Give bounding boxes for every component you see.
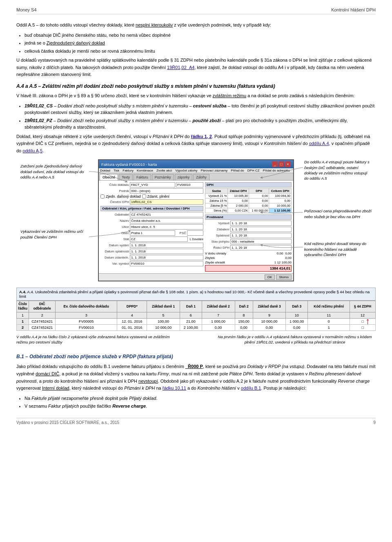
btn-storno[interactable]: Storno — [276, 274, 292, 280]
zvlastni-rezim-link: zvláštním režimu — [213, 93, 247, 98]
row-stav-pohybu: Stav pohybu — [205, 239, 292, 244]
row-zabaleni: Zábalení — [205, 227, 292, 232]
input-stat[interactable] — [130, 236, 188, 242]
td-dan3-2: 0,00 — [286, 324, 308, 330]
dialog-minimize[interactable]: _ — [272, 161, 278, 167]
input-psc[interactable] — [187, 230, 203, 236]
input-vydani[interactable] — [130, 243, 203, 248]
tab-texty[interactable]: Texty — [119, 174, 133, 180]
label-cislo: Číslo dokladu — [100, 183, 129, 187]
section-a45-heading: Zvláštní režim při dodání zboží nebo pos… — [42, 83, 275, 89]
tab-zalohy[interactable]: Zálohy — [193, 174, 209, 180]
oddil-a5-label: Oddíl A.5 — [16, 22, 35, 27]
btn-ok[interactable]: OK — [265, 274, 275, 280]
row-ridici-dph: Řídicí DPH — [205, 245, 292, 250]
input-splatnost2[interactable] — [230, 233, 292, 238]
menu-vyjpocet[interactable]: Výpočet zálohy — [175, 169, 197, 172]
condition-3: celková částka dokladu je menší nebo se … — [24, 48, 376, 55]
annotation-right-middle: Pořizovací cena přeprodávaného zboží neb… — [304, 208, 372, 219]
oddil-a5-link[interactable]: oddílu A,5 — [22, 148, 42, 153]
input-vystavit[interactable] — [230, 221, 292, 226]
oddil-b1-link[interactable]: oddílu B.1 — [241, 386, 261, 390]
menu-doklad[interactable]: Doklad — [100, 169, 110, 172]
table-a4-section: A.4. A.4. Uskutečněná zdanitelná plnění … — [16, 288, 376, 345]
dph-table: Sazba Základ DPH DPH Celkem DPH Vystavit… — [205, 188, 292, 213]
radku-1011-link[interactable]: řádku 10,11 — [163, 386, 186, 390]
pz-item: 19Ř01,02_PZ – Dodání zboží nebo poskytnu… — [24, 117, 376, 131]
col-num-10: 10 — [286, 312, 308, 318]
menu-prirad[interactable]: Přiřad do — [231, 169, 244, 172]
header-dph: DPH — [205, 182, 292, 187]
oddil-a4-link[interactable]: oddílu A.4 — [309, 141, 329, 146]
input-obec[interactable] — [130, 230, 175, 236]
tab-zaporky[interactable]: záporky — [175, 174, 193, 180]
priznani-label: Přiznání k DPH — [153, 134, 183, 139]
label-splatnost: Datum splatnosti — [100, 250, 129, 253]
td-dppd-2: 01. 01. 2016 — [117, 324, 147, 330]
input-splatnost[interactable] — [130, 249, 203, 254]
tab-fakturu[interactable]: Fakturu — [134, 174, 151, 180]
row-cleneni: Členění DPH — [100, 199, 203, 205]
col-num-5: 5 — [147, 312, 180, 318]
section-b1: B.1 – Odběratel zboží nebo příjemce služ… — [16, 353, 376, 410]
th-cislo-radku: Číslo řádku — [17, 301, 29, 312]
td-kod-1: 0 — [308, 318, 350, 324]
dialog-close[interactable]: × — [285, 161, 291, 167]
input-podnik[interactable] — [130, 188, 203, 194]
dialog-maximize[interactable]: □ — [278, 161, 284, 167]
row-zbyde: Zbyde uhradit 1 12 100,00 — [205, 261, 292, 264]
input-nazev[interactable] — [130, 218, 203, 223]
bullet-faktura-prijata: Na Faktuře přijaté nezapomeňte přesně do… — [24, 395, 376, 402]
td-zaklad2-2: 0,00 — [202, 324, 235, 330]
input-ridici[interactable] — [230, 245, 292, 250]
menu-faktury[interactable]: Faktury — [122, 169, 134, 172]
annotation-right-top: Do oddílu A.4 vstupují pouze faktury s č… — [304, 159, 372, 181]
row-zdanitelne-plneni: Datum zdaniteln. — [100, 255, 203, 260]
input-cislo-dokladu[interactable] — [130, 182, 175, 187]
menu-kombinace[interactable]: Kombinace — [137, 169, 153, 172]
page-footer: Vydáno v prosinci 2015 CÍGLER SOFTWARE, … — [16, 418, 376, 425]
th-dan-2: Daň 2 — [235, 301, 253, 312]
checkbox-zdanitelne[interactable] — [142, 194, 146, 199]
input-cleneni-dph[interactable] — [130, 199, 203, 205]
annotation-left-bottom: Vykazování ve zvláštním režimu určí použ… — [20, 229, 88, 240]
menu-tisk[interactable]: Tisk — [114, 169, 119, 172]
table-a4-header: A.4. A.4. Uskutečněná zdanitelná plnění … — [16, 288, 376, 301]
menu-pridat[interactable]: Přídat do adresátu — [263, 169, 290, 172]
input-zabaleni[interactable] — [230, 227, 292, 232]
section-summary: V dobu úhrady 0,00 0,00 Zbytek 0,00 Zbyd… — [205, 252, 292, 272]
td-dic-1: CZ47452421 — [29, 318, 56, 324]
footer-right: 9 — [373, 420, 376, 425]
td-zaklad3-2: 0,00 — [253, 324, 286, 330]
td-sazba-total: Sleva (%) — [205, 208, 228, 213]
input-varsymbol[interactable] — [130, 261, 203, 266]
checkbox-zjednoduseny[interactable] — [100, 194, 105, 199]
td-dan2-1: 150,00 — [235, 318, 253, 324]
col-num-3: 3 — [56, 312, 117, 318]
section-dates: Datum vydání Datum splatnosti Datum zdan… — [100, 243, 203, 266]
red-arrow-indicator: ← — [363, 317, 373, 326]
table-a4-num-row: 1 2 3 4 5 6 7 8 9 10 11 12 — [17, 312, 376, 318]
section-a45-id: A.4 a A.5 — [16, 83, 37, 89]
cleneni-link-19[interactable]: 19Ř01,02_A4 — [167, 65, 194, 70]
th-sazba: Sazba — [205, 189, 228, 194]
td-celkem-3: 10 000,00 — [269, 203, 292, 208]
th-ev-cislo: Ev. číslo daňového dokladu — [56, 301, 117, 312]
value-vdobu: 0,00 — [277, 252, 283, 255]
row-v-dobu: V dobu úhrady 0,00 0,00 — [205, 252, 292, 255]
radku-link[interactable]: řádku 1, 2 — [191, 134, 212, 139]
td-celkem-total: 1 12 100,00 — [269, 208, 292, 213]
input-ulice[interactable] — [130, 224, 203, 230]
menu-parovaci[interactable]: Párovací záznamy — [200, 169, 227, 172]
input-zdanitelne[interactable] — [130, 255, 203, 260]
input-stav[interactable] — [230, 239, 292, 244]
table-a4-header-row: Číslo řádku DIČ odběratele Ev. číslo daň… — [17, 301, 376, 312]
input-cislo-num[interactable] — [176, 182, 203, 187]
input-odberatel[interactable] — [130, 212, 203, 217]
tab-poznamky[interactable]: Poznámky — [152, 174, 174, 180]
td-dan1-1: 21,00 — [180, 318, 202, 324]
tab-obecne[interactable]: Obecné — [100, 174, 118, 180]
td-dppd-1: 12. 01. 2016 — [117, 318, 147, 324]
menu-dph-cz[interactable]: DPH CZ — [247, 169, 260, 172]
menu-zvolte-akci[interactable]: Zvolte akci — [156, 169, 172, 172]
